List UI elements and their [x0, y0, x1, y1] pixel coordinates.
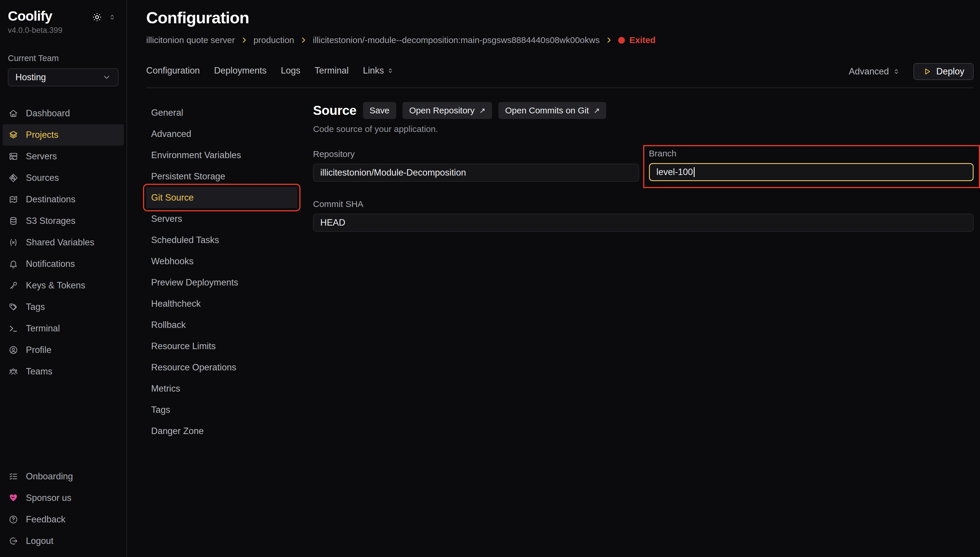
tab-links[interactable]: Links	[363, 65, 394, 76]
tab-logs[interactable]: Logs	[281, 65, 300, 76]
subnav-item-healthcheck[interactable]: Healthcheck	[146, 293, 297, 314]
branch-input[interactable]: level-100	[649, 163, 974, 181]
source-description: Code source of your application.	[313, 124, 973, 134]
tab-configuration[interactable]: Configuration	[146, 65, 200, 76]
sidebar: Coolify v4.0.0-beta.399 Current Team Hos…	[0, 0, 127, 557]
breadcrumb-project[interactable]: illicitonion quote server	[146, 35, 235, 45]
tags-icon	[9, 302, 18, 312]
tab-bar: Configuration Deployments Logs Terminal …	[146, 63, 973, 88]
subnav-item-tags[interactable]: Tags	[146, 399, 297, 420]
external-link-icon: ↗	[593, 106, 600, 115]
subnav-item-resource-limits[interactable]: Resource Limits	[146, 336, 297, 357]
sidebar-item-label: Destinations	[26, 194, 76, 205]
subnav-item-webhooks[interactable]: Webhooks	[146, 251, 297, 272]
config-subnav: General Advanced Environment Variables P…	[146, 102, 313, 557]
sidebar-item-sources[interactable]: Sources	[3, 167, 124, 189]
tab-terminal[interactable]: Terminal	[315, 65, 349, 76]
source-heading: Source	[313, 103, 357, 118]
subnav-item-scheduled-tasks[interactable]: Scheduled Tasks	[146, 230, 297, 251]
map-icon	[9, 195, 18, 204]
subnav-item-metrics[interactable]: Metrics	[146, 378, 297, 399]
play-icon	[923, 67, 931, 76]
sidebar-item-label: Notifications	[26, 259, 75, 269]
commit-sha-input[interactable]	[313, 214, 973, 232]
layers-icon	[9, 130, 18, 140]
theme-toggle-sun-icon[interactable]	[92, 12, 102, 22]
sidebar-collapse-icon[interactable]	[109, 13, 116, 21]
sidebar-item-label: Onboarding	[26, 471, 73, 482]
sidebar-item-label: Teams	[26, 366, 52, 377]
breadcrumb-application[interactable]: illicitestonion/-module--decomposition:m…	[313, 35, 600, 45]
breadcrumb-environment[interactable]: production	[254, 35, 294, 45]
sidebar-item-servers[interactable]: Servers	[3, 146, 124, 167]
subnav-item-servers[interactable]: Servers	[146, 208, 297, 230]
chevron-updown-icon	[892, 68, 900, 75]
team-select[interactable]: Hosting	[8, 68, 119, 86]
sidebar-item-teams[interactable]: Teams	[3, 361, 124, 382]
chevron-right-icon	[241, 36, 248, 44]
open-repository-button[interactable]: Open Repository ↗	[403, 102, 492, 119]
sidebar-item-shared-variables[interactable]: Shared Variables	[3, 232, 124, 253]
chevron-right-icon	[605, 36, 613, 44]
status-text: Exited	[629, 35, 655, 45]
save-button[interactable]: Save	[363, 102, 396, 119]
sidebar-item-dashboard[interactable]: Dashboard	[3, 103, 124, 124]
sidebar-item-label: Projects	[26, 130, 59, 140]
deploy-button[interactable]: Deploy	[913, 63, 974, 80]
sidebar-item-profile[interactable]: Profile	[3, 339, 124, 361]
app-logo: Coolify	[8, 9, 52, 23]
sidebar-item-projects[interactable]: Projects	[3, 124, 124, 146]
sidebar-item-label: Profile	[26, 345, 52, 355]
page-title: Configuration	[146, 8, 973, 27]
sidebar-item-feedback[interactable]: Feedback	[3, 509, 124, 530]
sidebar-item-sponsor-us[interactable]: Sponsor us	[3, 487, 124, 509]
sidebar-item-label: Terminal	[26, 323, 60, 334]
server-icon	[9, 152, 18, 161]
database-icon	[9, 216, 18, 226]
sidebar-item-tags[interactable]: Tags	[3, 296, 124, 318]
sidebar-item-s3-storages[interactable]: S3 Storages	[3, 210, 124, 232]
advanced-selector[interactable]: Advanced	[849, 66, 900, 77]
heart-icon	[9, 493, 18, 503]
chevron-down-icon	[102, 73, 111, 82]
repository-input[interactable]	[313, 164, 639, 182]
coolify-app: Coolify v4.0.0-beta.399 Current Team Hos…	[0, 0, 980, 557]
sidebar-header: Coolify	[0, 9, 127, 23]
team-select-value: Hosting	[15, 72, 46, 83]
subnav-item-resource-operations[interactable]: Resource Operations	[146, 357, 297, 378]
current-team-label: Current Team	[0, 54, 127, 63]
sidebar-item-keys-tokens[interactable]: Keys & Tokens	[3, 275, 124, 296]
status-badge: Exited	[618, 35, 655, 45]
sidebar-item-onboarding[interactable]: Onboarding	[3, 466, 124, 487]
sidebar-item-label: Tags	[26, 302, 45, 312]
breadcrumb: illicitonion quote server production ill…	[146, 35, 973, 45]
repository-label: Repository	[313, 149, 639, 159]
subnav-item-general[interactable]: General	[146, 102, 297, 123]
subnav-item-rollback[interactable]: Rollback	[146, 314, 297, 336]
commit-sha-label: Commit SHA	[313, 199, 973, 209]
sidebar-item-destinations[interactable]: Destinations	[3, 189, 124, 210]
sidebar-item-label: Feedback	[26, 514, 65, 525]
git-source-icon	[9, 173, 18, 182]
open-commits-button[interactable]: Open Commits on Git ↗	[499, 102, 606, 119]
main-content: Configuration illicitonion quote server …	[127, 0, 980, 557]
sidebar-item-notifications[interactable]: Notifications	[3, 253, 124, 275]
subnav-item-environment-variables[interactable]: Environment Variables	[146, 145, 297, 166]
bell-icon	[9, 259, 18, 269]
subnav-item-advanced[interactable]: Advanced	[146, 123, 297, 145]
source-form: Repository Branch level-100	[313, 149, 973, 232]
tab-deployments[interactable]: Deployments	[214, 65, 267, 76]
tab-links-label: Links	[363, 65, 384, 76]
key-icon	[9, 281, 18, 290]
subnav-item-danger-zone[interactable]: Danger Zone	[146, 420, 297, 441]
open-commits-label: Open Commits on Git	[505, 106, 589, 116]
subnav-item-preview-deployments[interactable]: Preview Deployments	[146, 272, 297, 293]
sidebar-item-label: Servers	[26, 151, 57, 162]
subnav-item-git-source[interactable]: Git Source	[146, 187, 297, 208]
home-icon	[9, 109, 18, 118]
subnav-item-persistent-storage[interactable]: Persistent Storage	[146, 166, 297, 187]
branch-annotation-box: Branch level-100	[643, 145, 980, 188]
sidebar-item-label: S3 Storages	[26, 216, 76, 226]
sidebar-item-terminal[interactable]: Terminal	[3, 318, 124, 339]
sidebar-item-logout[interactable]: Logout	[3, 530, 124, 552]
